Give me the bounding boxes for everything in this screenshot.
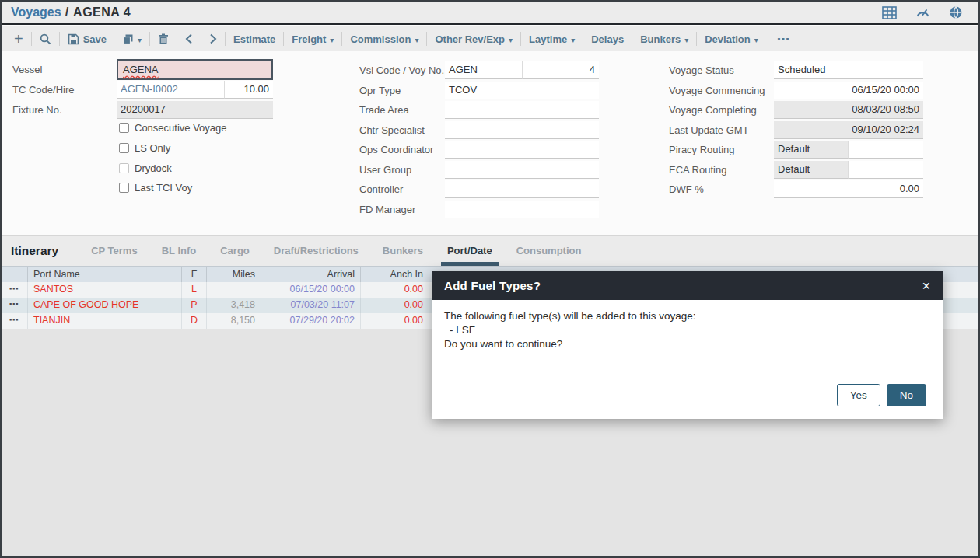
vsl-code-voy-no-label: Vsl Code / Voy No.	[359, 65, 444, 76]
voyage-completing-field: 08/03/20 08:50	[774, 101, 923, 119]
chtr-specialist-field[interactable]	[445, 121, 599, 139]
last-tci-voy-checkbox[interactable]: Last TCI Voy	[119, 182, 192, 194]
tab-cp-terms[interactable]: CP Terms	[91, 236, 138, 266]
save-label: Save	[83, 33, 107, 45]
row-menu-icon[interactable]: ⋯	[2, 313, 28, 329]
search-button[interactable]	[32, 26, 59, 51]
vessel-field[interactable]: AGENA	[117, 59, 273, 80]
chevron-right-icon	[209, 33, 217, 44]
col-anch-in[interactable]: Anch In	[361, 267, 429, 282]
save-icon	[68, 33, 79, 45]
copy-menu-button[interactable]: ▾	[114, 26, 149, 51]
delays-button[interactable]: Delays	[583, 26, 632, 51]
next-button[interactable]	[201, 26, 225, 51]
col-port-name[interactable]: Port Name	[28, 267, 182, 282]
opr-type-label: Opr Type	[359, 85, 401, 96]
fd-manager-label: FD Manager	[359, 204, 415, 215]
tc-hire-field[interactable]: 10.00	[225, 81, 273, 99]
tab-bunkers[interactable]: Bunkers	[383, 236, 423, 266]
row-menu-icon[interactable]: ⋯	[2, 298, 28, 313]
eca-routing-label: ECA Routing	[669, 164, 726, 176]
controller-field[interactable]	[445, 180, 599, 198]
caret-down-icon: ▾	[684, 36, 688, 44]
fixture-no-field: 20200017	[117, 101, 273, 119]
tab-draft-restrictions[interactable]: Draft/Restrictions	[274, 236, 359, 266]
caret-down-icon: ▾	[415, 36, 418, 44]
table-grid-icon[interactable]	[882, 6, 897, 19]
dialog-header: Add Fuel Types? ✕	[432, 271, 943, 300]
estimate-button[interactable]: Estimate	[226, 26, 283, 51]
voyage-status-label: Voyage Status	[669, 65, 734, 76]
itinerary-section-title: Itinerary	[11, 244, 58, 258]
laytime-menu-button[interactable]: Laytime▾	[521, 26, 583, 51]
tab-port-date[interactable]: Port/Date	[447, 236, 492, 266]
add-button[interactable]: +	[6, 26, 31, 51]
fixture-no-label: Fixture No.	[12, 104, 62, 116]
row-menu-icon[interactable]: ⋯	[2, 282, 28, 298]
piracy-routing-field[interactable]: Default	[774, 141, 849, 159]
breadcrumb-voyages-link[interactable]: Voyages	[11, 5, 61, 19]
dialog-message-line3: Do you want to continue?	[444, 337, 931, 351]
tc-code-field[interactable]: AGEN-I0002	[117, 81, 225, 99]
plus-icon: +	[14, 32, 23, 46]
yes-button[interactable]: Yes	[837, 384, 880, 406]
voyage-commencing-field[interactable]: 06/15/20 00:00	[774, 82, 923, 99]
controller-label: Controller	[359, 183, 403, 195]
ops-coordinator-field[interactable]	[445, 141, 599, 159]
last-update-gmt-label: Last Update GMT	[669, 124, 749, 136]
col-f[interactable]: F	[182, 267, 207, 282]
checkbox-icon	[119, 123, 129, 133]
eca-routing-field[interactable]: Default	[774, 161, 849, 179]
save-button[interactable]: Save	[60, 26, 114, 51]
caret-down-icon: ▾	[571, 36, 575, 44]
tab-consumption[interactable]: Consumption	[516, 236, 582, 266]
dialog-title: Add Fuel Types?	[444, 279, 541, 292]
bunkers-menu-button[interactable]: Bunkers▾	[632, 26, 696, 51]
toolbar: + Save ▾ Estimate Freight▾ Commission▾ O…	[2, 26, 978, 51]
previous-button[interactable]	[177, 26, 201, 51]
chevron-left-icon	[185, 33, 193, 44]
row-menu-header-cell	[2, 267, 28, 282]
close-icon[interactable]: ✕	[922, 280, 931, 292]
trade-area-field[interactable]	[445, 101, 599, 119]
vessel-label: Vessel	[12, 64, 42, 75]
vsl-code-field[interactable]: AGEN	[445, 61, 523, 79]
voyage-status-field[interactable]: Scheduled	[774, 61, 923, 79]
more-icon: ⋯	[777, 32, 790, 47]
voy-no-field[interactable]: 4	[523, 61, 599, 79]
checkbox-icon	[119, 183, 129, 193]
col-arrival[interactable]: Arrival	[261, 267, 361, 282]
fd-manager-field[interactable]	[445, 201, 599, 218]
consecutive-voyage-checkbox[interactable]: Consecutive Voyage	[119, 122, 227, 134]
user-group-field[interactable]	[445, 161, 599, 179]
col-miles[interactable]: Miles	[207, 267, 261, 282]
checkbox-icon	[119, 143, 129, 153]
voyage-commencing-label: Voyage Commencing	[669, 85, 765, 96]
piracy-routing-label: Piracy Routing	[669, 144, 735, 155]
commission-menu-button[interactable]: Commission▾	[342, 26, 426, 51]
freight-menu-button[interactable]: Freight▾	[284, 26, 341, 51]
tab-bl-info[interactable]: BL Info	[162, 236, 197, 266]
delete-button[interactable]	[150, 26, 177, 51]
dialog-buttons: Yes No	[837, 384, 926, 406]
other-rev-exp-menu-button[interactable]: Other Rev/Exp▾	[427, 26, 520, 51]
globe-icon[interactable]	[949, 5, 963, 19]
user-group-label: User Group	[359, 164, 411, 176]
piracy-routing-extra-field[interactable]	[849, 141, 923, 159]
ls-only-checkbox[interactable]: LS Only	[119, 142, 170, 154]
drydock-checkbox: Drydock	[119, 162, 172, 174]
eca-routing-extra-field[interactable]	[849, 161, 923, 179]
breadcrumb-separator: /	[65, 5, 68, 19]
last-update-gmt-field: 09/10/20 02:24	[774, 121, 923, 139]
add-fuel-types-dialog: Add Fuel Types? ✕ The following fuel typ…	[432, 271, 943, 419]
tab-cargo[interactable]: Cargo	[220, 236, 250, 266]
trade-area-label: Trade Area	[359, 104, 409, 116]
no-button[interactable]: No	[887, 384, 926, 406]
dwf-field[interactable]: 0.00	[774, 180, 923, 198]
gauge-icon[interactable]	[915, 6, 930, 19]
app-window: { "titlebar": { "breadcrumb_parent": "Vo…	[0, 0, 980, 558]
opr-type-field[interactable]: TCOV	[445, 82, 599, 99]
more-menu-button[interactable]: ⋯	[766, 26, 801, 51]
caret-down-icon: ▾	[509, 36, 513, 44]
deviation-menu-button[interactable]: Deviation▾	[697, 26, 766, 51]
